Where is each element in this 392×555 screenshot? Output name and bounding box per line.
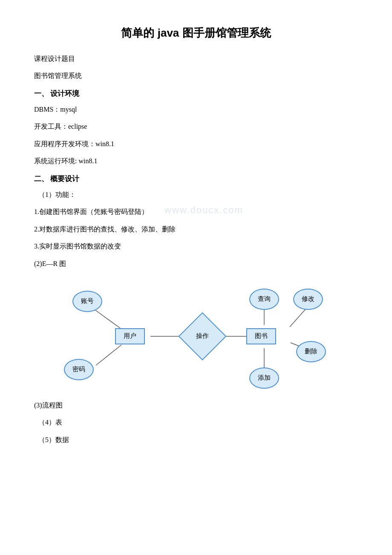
- er-node-search: 查询: [249, 289, 279, 310]
- flow-label: (3)流程图: [34, 399, 358, 412]
- table-label: （4）表: [38, 416, 358, 429]
- svg-line-5: [290, 308, 307, 327]
- er-node-user: 用户: [115, 328, 145, 344]
- svg-line-0: [95, 310, 121, 329]
- section1-heading: 一、 设计环境: [34, 87, 358, 101]
- er-node-modify: 修改: [293, 289, 323, 310]
- section2-heading: 二、 概要设计: [34, 172, 358, 186]
- page-title: 简单的 java 图手册馆管理系统: [34, 26, 358, 40]
- er-node-book: 图书: [246, 328, 276, 344]
- er-node-add: 添加: [249, 367, 279, 389]
- dev-tool-label: 开发工具：eclipse: [34, 120, 358, 133]
- data-label: （5）数据: [38, 434, 358, 446]
- er-label: (2)E—R 图: [34, 257, 358, 270]
- func3: 3.实时显示图书馆数据的改变: [34, 240, 358, 253]
- subtitle-value: 图书馆管理系统: [34, 69, 358, 82]
- subtitle-label: 课程设计题目: [34, 52, 358, 65]
- er-node-account: 账号: [72, 291, 102, 312]
- er-node-delete: 删除: [296, 341, 326, 362]
- func2: 2.对数据库进行图书的查找、修改、添加、删除: [34, 223, 358, 236]
- svg-line-1: [96, 345, 121, 365]
- er-node-operation: 操作: [185, 319, 219, 353]
- er-diagram: 账号 密码 用户 操作 图书 查询 修改 删除 添加: [47, 278, 345, 393]
- func1: 1.创建图书馆界面（凭账号密码登陆）: [34, 205, 358, 218]
- er-node-password: 密码: [64, 359, 94, 380]
- sys-env-label: 系统运行环境: win8.1: [34, 155, 358, 168]
- app-env-label: 应用程序开发环境：win8.1: [34, 138, 358, 150]
- dbms-label: DBMS：mysql: [34, 103, 358, 116]
- func-label: （1）功能：: [38, 188, 358, 201]
